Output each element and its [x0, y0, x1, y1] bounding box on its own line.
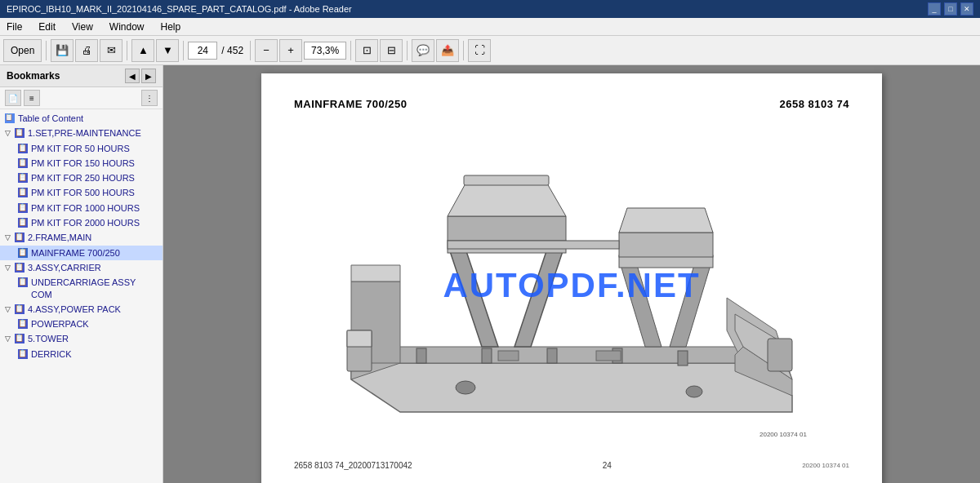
- bookmark-label-pm150: PM KIT FOR 150 HOURS: [31, 157, 135, 169]
- svg-rect-13: [547, 348, 557, 363]
- menu-help[interactable]: Help: [158, 20, 185, 34]
- svg-marker-28: [347, 330, 372, 347]
- pdf-footer-right: 20200 10374 01: [802, 462, 849, 469]
- sidebar-collapse-button[interactable]: ◀: [125, 69, 140, 83]
- bookmark-mainframe[interactable]: 📋 MAINFRAME 700/250: [0, 246, 163, 260]
- zoom-out-button[interactable]: −: [255, 39, 278, 62]
- bookmark-label-power-pack: 4.ASSY,POWER PACK: [28, 304, 121, 315]
- toggle-tower[interactable]: ▽: [5, 335, 13, 344]
- sidebar-tool-options-btn[interactable]: ⋮: [141, 90, 158, 106]
- toggle-set-pre-maintenance[interactable]: ▽: [5, 129, 13, 139]
- maximize-button[interactable]: □: [944, 2, 957, 16]
- bookmark-icon-tower: 📋: [15, 334, 24, 343]
- svg-rect-11: [416, 348, 426, 363]
- zoom-in-button[interactable]: +: [279, 39, 302, 62]
- window-title: EPIROC_IBH10_MARK_II_202104146_SPARE_PAR…: [7, 4, 352, 14]
- close-button[interactable]: ✕: [960, 2, 973, 16]
- bookmark-label-frame: 2.FRAME,MAIN: [28, 232, 91, 243]
- menu-file[interactable]: File: [3, 20, 25, 34]
- pdf-footer-left: 2658 8103 74_20200713170042: [294, 461, 412, 470]
- title-bar-controls: _ □ ✕: [928, 2, 973, 16]
- svg-marker-3: [351, 265, 400, 281]
- pdf-page: MAINFRAME 700/250 2658 8103 74 AUTOPDF.N…: [261, 73, 882, 483]
- bookmark-label-pm2000: PM KIT FOR 2000 HOURS: [31, 217, 140, 228]
- prev-page-button[interactable]: ▲: [131, 39, 154, 62]
- pdf-header: MAINFRAME 700/250 2658 8103 74: [294, 98, 849, 110]
- toggle-frame-main[interactable]: ▽: [5, 233, 13, 243]
- svg-marker-20: [619, 208, 713, 233]
- bookmark-derrick[interactable]: 📋 DERRICK: [0, 347, 163, 361]
- minimize-button[interactable]: _: [928, 2, 941, 16]
- bookmark-toc-label: Table of Content: [18, 113, 83, 124]
- bookmark-label-pm250: PM KIT FOR 250 HOURS: [31, 172, 135, 184]
- bookmark-pm2000[interactable]: 📋 PM KIT FOR 2000 HOURS: [0, 215, 163, 230]
- bookmarks-panel[interactable]: 📋 Table of Content ▽ 📋 1.SET,PRE-MAINTEN…: [0, 109, 163, 483]
- bookmark-icon-carrier: 📋: [15, 263, 24, 273]
- bookmark-powerpack[interactable]: 📋 POWERPACK: [0, 317, 163, 331]
- toolbar-separator-6: [407, 41, 408, 60]
- svg-marker-9: [448, 184, 566, 216]
- bookmark-tower[interactable]: ▽ 📋 5.TOWER: [0, 331, 163, 346]
- share-button[interactable]: 📤: [436, 39, 459, 62]
- bookmark-undercarriage[interactable]: 📋 UNDERCARRIAGE ASSY COM: [0, 275, 163, 302]
- pdf-footer-center: 24: [603, 461, 612, 470]
- bookmark-pm250[interactable]: 📋 PM KIT FOR 250 HOURS: [0, 171, 163, 185]
- toggle-assy-power-pack[interactable]: ▽: [5, 305, 13, 315]
- bookmark-pm1000[interactable]: 📋 PM KIT FOR 1000 HOURS: [0, 201, 163, 215]
- email-button[interactable]: ✉: [100, 39, 122, 62]
- svg-rect-26: [768, 339, 792, 371]
- print-button[interactable]: 🖨: [75, 39, 98, 62]
- sidebar-toolbar: 📄 ≡ ⋮: [0, 87, 163, 109]
- bookmark-icon-pm2000: 📋: [18, 218, 28, 228]
- svg-point-22: [456, 381, 475, 394]
- main-layout: Bookmarks ◀ ▶ 📄 ≡ ⋮ 📋 Table of Content ▽…: [0, 65, 980, 483]
- save-button[interactable]: 💾: [51, 39, 74, 62]
- bookmark-label-pm50: PM KIT FOR 50 HOURS: [31, 143, 130, 154]
- toggle-assy-carrier[interactable]: ▽: [5, 264, 13, 273]
- sidebar-tool-sort-btn[interactable]: ≡: [24, 90, 40, 106]
- fit-width-button[interactable]: ⊟: [380, 39, 403, 62]
- page-number-input[interactable]: [188, 42, 217, 60]
- svg-rect-30: [498, 351, 519, 361]
- bookmark-pm50[interactable]: 📋 PM KIT FOR 50 HOURS: [0, 141, 163, 156]
- menu-view[interactable]: View: [69, 20, 96, 34]
- menu-bar: File Edit View Window Help: [0, 18, 980, 36]
- bookmark-assy-carrier[interactable]: ▽ 📋 3.ASSY,CARRIER: [0, 260, 163, 275]
- bookmark-label-pm500: PM KIT FOR 500 HOURS: [31, 187, 135, 198]
- bookmark-icon-derrick: 📋: [18, 349, 28, 359]
- bookmark-label-tower: 5.TOWER: [28, 333, 69, 344]
- sidebar-expand-button[interactable]: ▶: [141, 69, 156, 83]
- bookmark-label-derrick: DERRICK: [31, 348, 72, 360]
- toolbar-separator-7: [463, 41, 464, 60]
- svg-rect-21: [448, 241, 619, 249]
- toolbar-separator-4: [250, 41, 251, 60]
- bookmark-icon-pm1000: 📋: [18, 203, 28, 213]
- open-button[interactable]: Open: [3, 39, 42, 62]
- comment-button[interactable]: 💬: [412, 39, 434, 62]
- pdf-area[interactable]: MAINFRAME 700/250 2658 8103 74 AUTOPDF.N…: [163, 65, 980, 483]
- bookmark-frame-main[interactable]: ▽ 📋 2.FRAME,MAIN: [0, 230, 163, 245]
- fullscreen-button[interactable]: ⛶: [468, 39, 491, 62]
- sidebar-tool-page-btn[interactable]: 📄: [5, 90, 21, 106]
- svg-marker-8: [448, 216, 566, 241]
- next-page-button[interactable]: ▼: [156, 39, 179, 62]
- zoom-level-input[interactable]: [304, 42, 346, 60]
- bookmark-icon-frame: 📋: [15, 233, 24, 242]
- pdf-image-area: AUTOPDF.NET: [294, 126, 849, 453]
- menu-window[interactable]: Window: [106, 20, 148, 34]
- svg-rect-29: [596, 351, 621, 361]
- bookmark-icon-powerpack: 📋: [18, 319, 28, 329]
- sidebar: Bookmarks ◀ ▶ 📄 ≡ ⋮ 📋 Table of Content ▽…: [0, 65, 163, 483]
- bookmark-icon-pm50: 📋: [18, 144, 28, 153]
- bookmark-assy-power-pack[interactable]: ▽ 📋 4.ASSY,POWER PACK: [0, 302, 163, 317]
- svg-marker-0: [351, 363, 792, 412]
- fit-page-button[interactable]: ⊡: [355, 39, 378, 62]
- bookmark-icon-pm500: 📋: [18, 188, 28, 197]
- menu-edit[interactable]: Edit: [35, 20, 59, 34]
- bookmark-label-carrier: 3.ASSY,CARRIER: [28, 262, 101, 273]
- bookmark-set-pre-maintenance[interactable]: ▽ 📋 1.SET,PRE-MAINTENANCE: [0, 126, 163, 140]
- bookmark-toc[interactable]: 📋 Table of Content: [0, 111, 163, 126]
- svg-rect-10: [464, 175, 549, 185]
- bookmark-pm150[interactable]: 📋 PM KIT FOR 150 HOURS: [0, 156, 163, 171]
- bookmark-pm500[interactable]: 📋 PM KIT FOR 500 HOURS: [0, 185, 163, 200]
